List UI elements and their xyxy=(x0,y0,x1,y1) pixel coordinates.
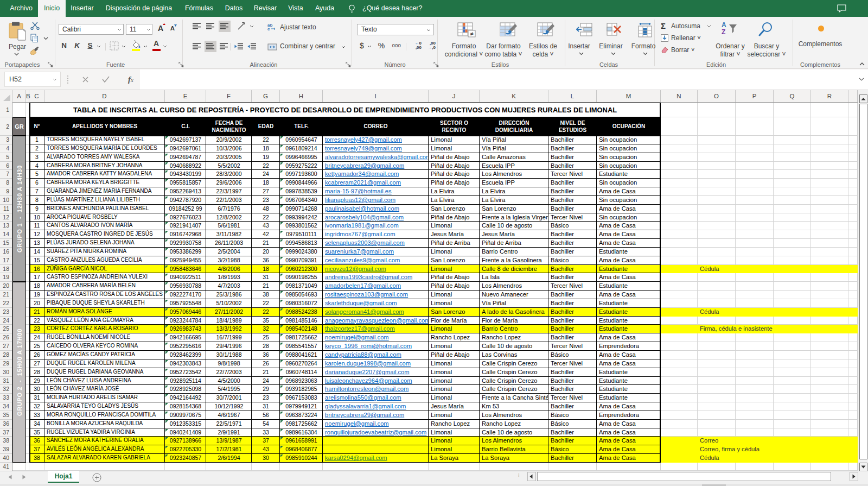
svg-text:≠: ≠ xyxy=(470,30,473,37)
